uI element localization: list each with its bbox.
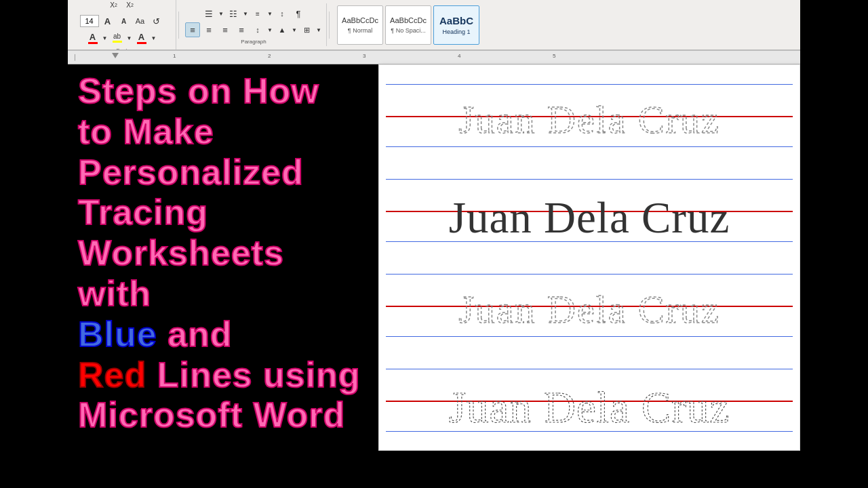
style-no-spacing[interactable]: AaBbCcDc ¶ No Spaci... — [385, 5, 431, 45]
tracing-row-3: Juan Dela Cruz — [386, 262, 793, 350]
multilevel-dropdown[interactable]: ▼ — [267, 6, 273, 21]
style-no-spacing-label: ¶ No Spaci... — [391, 27, 425, 34]
overlay-text: Steps on How to Make Personalized Tracin… — [68, 64, 393, 443]
tracing-name-row3: Juan Dela Cruz — [386, 274, 793, 336]
style-normal-label: ¶ Normal — [348, 27, 372, 34]
black-bar-left — [0, 0, 68, 488]
style-heading1-label: Heading 1 — [442, 28, 470, 35]
font-color2-btn[interactable]: A — [135, 30, 149, 46]
subscript-btn[interactable]: X2 — [106, 0, 121, 12]
bullets-btn[interactable]: ☰ — [201, 6, 216, 21]
font-group: X2 X2 A A Aa ↺ A ▼ ab — [68, 0, 176, 51]
overlay-line-5: with — [78, 274, 383, 314]
align-left-btn[interactable]: ≡ — [185, 22, 200, 37]
font-section-label: Font — [116, 46, 127, 51]
highlight-btn[interactable]: ab — [111, 30, 124, 46]
overlay-line-7-rest: Lines using — [146, 355, 360, 394]
dotted-print-svg-2: Juan Dela Cruz — [389, 274, 789, 336]
paragraph-group: ☰ ▼ ☷ ▼ ≡ ▼ ↕ ¶ ≡ ≡ ≡ ≡ ↕ ▼ ▲ ▼ ⊞ ▼ — [181, 3, 327, 46]
font-color-dropdown[interactable]: ▼ — [101, 30, 109, 45]
tracing-name-row4: Juan Dela Cruz — [386, 366, 793, 438]
align-justify-btn[interactable]: ≡ — [234, 22, 249, 37]
multilevel-btn[interactable]: ≡ — [250, 6, 265, 21]
ruler: │ 1 2 3 4 5 — [68, 51, 800, 64]
svg-text:Juan Dela Cruz: Juan Dela Cruz — [449, 383, 730, 432]
overlay-line-6-rest: and — [157, 314, 233, 354]
cursive-svg-1: Juan Dela Cruz — [389, 178, 789, 246]
toolbar-sep-2 — [329, 12, 330, 39]
align-center-btn[interactable]: ≡ — [201, 22, 216, 37]
style-normal[interactable]: AaBbCcDc ¶ Normal — [337, 5, 383, 45]
svg-text:Juan Dela Cruz: Juan Dela Cruz — [449, 193, 730, 242]
tracing-row-2: Juan Dela Cruz — [386, 167, 793, 255]
tracing-row-1: Juan Dela Cruz — [386, 72, 793, 160]
line-blue-bot-3 — [386, 336, 793, 337]
word-page: Juan Dela Cruz Juan Dela Cruz Juan Dela … — [378, 64, 800, 451]
overlay-line-6: Blue and — [78, 314, 383, 355]
styles-group: AaBbCcDc ¶ Normal AaBbCcDc ¶ No Spaci...… — [332, 0, 485, 49]
highlight-dropdown[interactable]: ▼ — [125, 30, 134, 45]
svg-text:Juan Dela Cruz: Juan Dela Cruz — [458, 287, 720, 331]
line-spacing-dropdown[interactable]: ▼ — [267, 22, 273, 37]
overlay-line-3: Tracing — [78, 192, 383, 233]
style-normal-preview: AaBbCcDc — [342, 16, 378, 25]
dotted-print-svg-1: Juan Dela Cruz — [389, 84, 789, 146]
black-bar-right — [800, 0, 868, 488]
superscript-btn[interactable]: X2 — [123, 0, 138, 12]
paragraph-section-label: Paragraph — [241, 37, 266, 45]
numbering-dropdown[interactable]: ▼ — [242, 6, 249, 21]
cursive-svg-2: Juan Dela Cruz — [389, 368, 789, 436]
borders-btn[interactable]: ⊞ — [299, 22, 314, 37]
borders-dropdown[interactable]: ▼ — [315, 22, 322, 37]
sort-btn[interactable]: ↕ — [275, 6, 290, 21]
svg-text:Juan Dela Cruz: Juan Dela Cruz — [458, 98, 720, 142]
toolbar: X2 X2 A A Aa ↺ A ▼ ab — [68, 0, 800, 51]
overlay-line-1: Steps on How — [78, 71, 383, 112]
numbering-btn[interactable]: ☷ — [226, 6, 241, 21]
tracing-row-4: Juan Dela Cruz — [386, 357, 793, 445]
show-marks-btn[interactable]: ¶ — [291, 6, 306, 21]
align-right-btn[interactable]: ≡ — [218, 22, 233, 37]
word-blue: Blue — [78, 314, 157, 354]
clear-format-btn[interactable]: ↺ — [149, 14, 164, 28]
overlay-line-7: Red Lines using — [78, 355, 383, 396]
word-red: Red — [78, 355, 146, 394]
bullets-dropdown[interactable]: ▼ — [218, 6, 224, 21]
overlay-line-2: to Make Personalized — [78, 112, 383, 193]
line-spacing-btn[interactable]: ↕ — [250, 22, 265, 37]
font-size-up[interactable]: A — [100, 14, 115, 28]
shading-dropdown[interactable]: ▼ — [291, 22, 298, 37]
tracing-name-row2: Juan Dela Cruz — [386, 176, 793, 248]
line-blue-bot-1 — [386, 146, 793, 147]
toolbar-sep-1 — [178, 12, 179, 39]
overlay-line-8: Microsoft Word — [78, 395, 383, 436]
font-color2-dropdown[interactable]: ▼ — [150, 30, 158, 45]
style-no-spacing-preview: AaBbCcDc — [390, 16, 427, 25]
font-color-btn[interactable]: A — [86, 30, 100, 46]
style-heading1-preview: AaBbC — [439, 15, 473, 27]
font-size-down[interactable]: A — [117, 14, 132, 28]
shading-btn[interactable]: ▲ — [275, 22, 290, 37]
font-size-input[interactable] — [80, 15, 99, 27]
change-case-btn[interactable]: Aa — [133, 14, 148, 28]
overlay-line-4: Worksheets — [78, 233, 383, 274]
style-heading1[interactable]: AaBbC Heading 1 — [433, 5, 479, 45]
tracing-name-row1: Juan Dela Cruz — [386, 84, 793, 146]
